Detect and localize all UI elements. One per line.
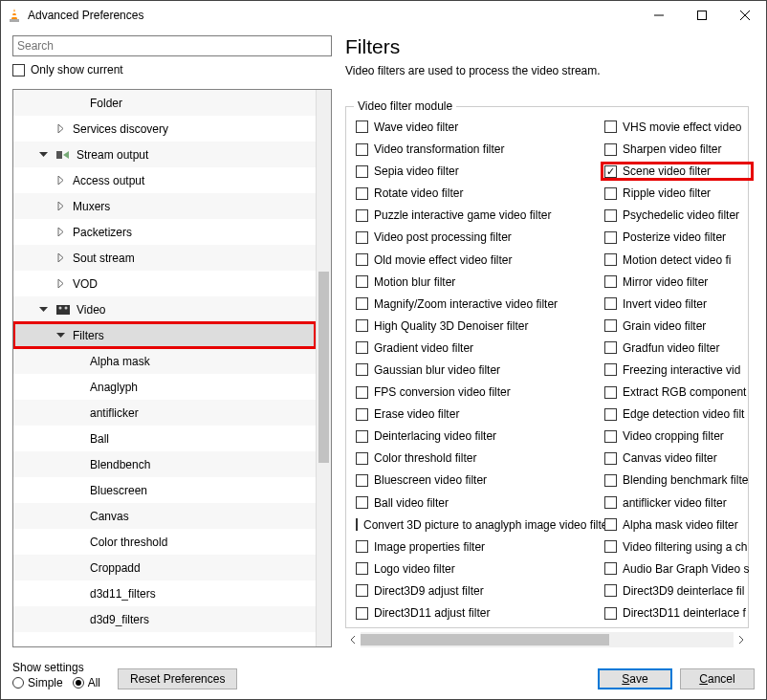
tree-item-label: antiflicker: [90, 406, 139, 420]
tree-scrollbar[interactable]: [316, 90, 331, 646]
tree-item-vod[interactable]: VOD: [13, 271, 316, 296]
tree-item-muxers[interactable]: Muxers: [13, 193, 316, 219]
filter-checkbox-vhs-movie-effect-video[interactable]: VHS movie effect video: [604, 120, 750, 134]
filter-checkbox-video-transformation-filter[interactable]: Video transformation filter: [356, 142, 604, 156]
filter-label: Magnify/Zoom interactive video filter: [374, 297, 558, 311]
filter-checkbox-erase-video-filter[interactable]: Erase video filter: [356, 407, 604, 421]
chevron-down-icon[interactable]: [54, 329, 67, 342]
chevron-right-icon[interactable]: [54, 226, 67, 239]
filter-checkbox-ball-video-filter[interactable]: Ball video filter: [356, 496, 604, 510]
filter-checkbox-deinterlacing-video-filter[interactable]: Deinterlacing video filter: [356, 429, 604, 443]
filter-checkbox-puzzle-interactive-game-video-filter[interactable]: Puzzle interactive game video filter: [356, 208, 604, 222]
filter-checkbox-logo-video-filter[interactable]: Logo video filter: [356, 562, 604, 576]
chevron-right-icon[interactable]: [54, 122, 67, 136]
tree-item-packetizers[interactable]: Packetizers: [13, 219, 316, 245]
filter-checkbox-grain-video-filter[interactable]: Grain video filter: [604, 319, 750, 333]
filter-checkbox-bluescreen-video-filter[interactable]: Bluescreen video filter: [356, 474, 604, 488]
filter-checkbox-motion-detect-video-fi[interactable]: Motion detect video fi: [604, 253, 750, 267]
hscroll-thumb[interactable]: [361, 634, 609, 645]
filter-checkbox-video-cropping-filter[interactable]: Video cropping filter: [604, 429, 750, 443]
tree-item-canvas[interactable]: Canvas: [13, 503, 316, 529]
tree-item-alpha-mask[interactable]: Alpha mask: [13, 348, 316, 374]
filter-checkbox-rotate-video-filter[interactable]: Rotate video filter: [356, 186, 604, 200]
tree-item-access-output[interactable]: Access output: [13, 167, 316, 193]
tree-item-services-discovery[interactable]: Services discovery: [13, 116, 316, 142]
filter-checkbox-direct3d9-adjust-filter[interactable]: Direct3D9 adjust filter: [356, 584, 604, 598]
filter-checkbox-image-properties-filter[interactable]: Image properties filter: [356, 540, 604, 554]
maximize-button[interactable]: [680, 1, 723, 30]
tree-item-stream-output[interactable]: Stream output: [13, 142, 316, 167]
scroll-right-icon[interactable]: [734, 632, 749, 647]
minimize-button[interactable]: [637, 1, 680, 30]
chevron-down-icon[interactable]: [36, 303, 50, 317]
radio-simple[interactable]: Simple: [12, 676, 63, 689]
filter-checkbox-video-post-processing-filter[interactable]: Video post processing filter: [356, 230, 604, 244]
filter-checkbox-motion-blur-filter[interactable]: Motion blur filter: [356, 275, 604, 289]
chevron-right-icon[interactable]: [54, 174, 67, 187]
tree-item-d3d9-filters[interactable]: d3d9_filters: [13, 606, 316, 632]
horizontal-scrollbar[interactable]: [345, 632, 749, 647]
filter-checkbox-freezing-interactive-vid[interactable]: Freezing interactive vid: [604, 363, 750, 377]
tree-item-ball[interactable]: Ball: [13, 426, 316, 451]
close-button[interactable]: [723, 1, 766, 30]
filter-checkbox-extract-rgb-component[interactable]: Extract RGB component: [604, 385, 750, 399]
filter-checkbox-magnify-zoom-interactive-video-filter[interactable]: Magnify/Zoom interactive video filter: [356, 297, 604, 311]
tree-item-antiflicker[interactable]: antiflicker: [13, 400, 316, 426]
filter-checkbox-direct3d9-deinterlace-fil[interactable]: Direct3D9 deinterlace fil: [604, 584, 750, 598]
filter-checkbox-gradient-video-filter[interactable]: Gradient video filter: [356, 341, 604, 355]
chevron-right-icon[interactable]: [54, 252, 67, 265]
chevron-down-icon[interactable]: [36, 148, 50, 162]
tree-item-filters[interactable]: Filters: [13, 322, 316, 348]
svg-rect-0: [10, 19, 19, 22]
filter-checkbox-scene-video-filter[interactable]: Scene video filter: [603, 164, 752, 179]
filter-label: Sharpen video filter: [623, 142, 721, 156]
tree-item-video[interactable]: Video: [13, 296, 316, 322]
preferences-tree[interactable]: FolderServices discoveryStream outputAcc…: [13, 90, 316, 646]
filter-checkbox-old-movie-effect-video-filter[interactable]: Old movie effect video filter: [356, 253, 604, 267]
scroll-left-icon[interactable]: [345, 632, 361, 647]
filter-checkbox-canvas-video-filter[interactable]: Canvas video filter: [604, 451, 750, 465]
filter-checkbox-fps-conversion-video-filter[interactable]: FPS conversion video filter: [356, 385, 604, 399]
filter-checkbox-alpha-mask-video-filter[interactable]: Alpha mask video filter: [604, 518, 750, 532]
filter-checkbox-video-filtering-using-a-ch[interactable]: Video filtering using a ch: [604, 540, 750, 554]
filter-checkbox-psychedelic-video-filter[interactable]: Psychedelic video filter: [604, 208, 750, 222]
filter-checkbox-invert-video-filter[interactable]: Invert video filter: [604, 297, 750, 311]
filter-checkbox-edge-detection-video-filt[interactable]: Edge detection video filt: [604, 407, 750, 421]
filter-checkbox-blending-benchmark-filte[interactable]: Blending benchmark filte: [604, 474, 750, 488]
checkbox-icon: [356, 518, 358, 531]
tree-item-sout-stream[interactable]: Sout stream: [13, 245, 316, 271]
filter-checkbox-sepia-video-filter[interactable]: Sepia video filter: [356, 164, 604, 178]
cancel-button[interactable]: Cancel: [680, 668, 755, 689]
filter-label: Extract RGB component: [623, 385, 746, 399]
filter-checkbox-gaussian-blur-video-filter[interactable]: Gaussian blur video filter: [356, 363, 604, 377]
search-input[interactable]: [12, 35, 332, 56]
filter-checkbox-mirror-video-filter[interactable]: Mirror video filter: [604, 275, 750, 289]
tree-item-folder[interactable]: Folder: [13, 90, 316, 116]
tree-item-anaglyph[interactable]: Anaglyph: [13, 374, 316, 400]
tree-item-croppadd[interactable]: Croppadd: [13, 555, 316, 580]
filter-checkbox-wave-video-filter[interactable]: Wave video filter: [356, 120, 604, 134]
tree-item-bluescreen[interactable]: Bluescreen: [13, 477, 316, 503]
chevron-right-icon[interactable]: [54, 200, 67, 213]
filter-checkbox-direct3d11-adjust-filter[interactable]: Direct3D11 adjust filter: [356, 606, 604, 620]
filter-checkbox-posterize-video-filter[interactable]: Posterize video filter: [604, 230, 750, 244]
tree-item-blendbench[interactable]: Blendbench: [13, 451, 316, 477]
filter-checkbox-ripple-video-filter[interactable]: Ripple video filter: [604, 186, 750, 200]
chevron-right-icon[interactable]: [54, 277, 67, 291]
filter-checkbox-sharpen-video-filter[interactable]: Sharpen video filter: [604, 142, 750, 156]
radio-all[interactable]: All: [73, 676, 100, 689]
filter-checkbox-audio-bar-graph-video-s[interactable]: Audio Bar Graph Video s: [604, 562, 750, 576]
scrollbar-thumb[interactable]: [318, 272, 329, 463]
reset-preferences-button[interactable]: Reset Preferences: [118, 668, 237, 689]
tree-item-d3d11-filters[interactable]: d3d11_filters: [13, 580, 316, 606]
filter-checkbox-gradfun-video-filter[interactable]: Gradfun video filter: [604, 341, 750, 355]
filter-checkbox-antiflicker-video-filter[interactable]: antiflicker video filter: [604, 496, 750, 510]
filter-checkbox-high-quality-3d-denoiser-filter[interactable]: High Quality 3D Denoiser filter: [356, 319, 604, 333]
save-button[interactable]: Save: [598, 668, 672, 689]
filter-label: Direct3D9 deinterlace fil: [623, 584, 744, 598]
only-show-current-checkbox[interactable]: Only show current: [12, 63, 332, 77]
filter-checkbox-convert-3d-picture-to-anaglyph-image-video-filter[interactable]: Convert 3D picture to anaglyph image vid…: [356, 518, 604, 532]
filter-checkbox-color-threshold-filter[interactable]: Color threshold filter: [356, 451, 604, 465]
tree-item-color-threshold[interactable]: Color threshold: [13, 529, 316, 555]
filter-checkbox-direct3d11-deinterlace-f[interactable]: Direct3D11 deinterlace f: [604, 606, 750, 620]
